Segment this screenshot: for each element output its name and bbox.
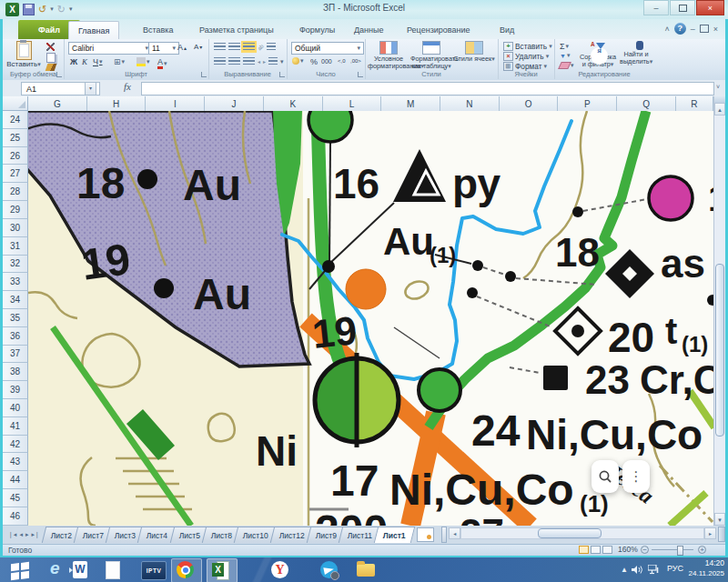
- row-header-30[interactable]: 30: [3, 219, 28, 237]
- bold-button[interactable]: Ж: [70, 57, 77, 66]
- column-header-H[interactable]: H: [87, 96, 147, 111]
- row-header-35[interactable]: 35: [3, 309, 28, 327]
- scrollbar-resize-grip[interactable]: [718, 527, 725, 542]
- iptv-icon[interactable]: IPTV: [141, 561, 167, 580]
- maximize-button[interactable]: [670, 0, 695, 15]
- align-center-button[interactable]: [228, 57, 240, 65]
- workbook-close-icon[interactable]: ×: [713, 25, 718, 34]
- normal-view-button[interactable]: [579, 546, 589, 554]
- column-header-G[interactable]: G: [28, 96, 87, 111]
- cut-button[interactable]: [46, 43, 55, 51]
- widget-menu-button[interactable]: ⋮: [622, 460, 650, 493]
- minimize-button[interactable]: –: [643, 0, 669, 15]
- format-as-table-button[interactable]: Форматировать как таблицу▾: [410, 40, 452, 70]
- volume-icon[interactable]: [632, 565, 642, 575]
- column-header-I[interactable]: I: [146, 96, 205, 111]
- number-format-select[interactable]: Общий▾: [291, 42, 364, 55]
- tab-home[interactable]: Главная: [68, 21, 119, 40]
- zoom-out-button[interactable]: −: [641, 546, 649, 554]
- tab-scroll-splitter[interactable]: [441, 527, 447, 543]
- align-right-button[interactable]: [243, 57, 255, 65]
- name-box-dropdown-icon[interactable]: ▾: [85, 82, 96, 95]
- copy-button[interactable]: [46, 53, 56, 63]
- telegram-icon[interactable]: [320, 561, 338, 578]
- start-button[interactable]: [11, 562, 29, 580]
- vertical-scrollbar[interactable]: ▲ ▼: [713, 96, 725, 526]
- help-icon[interactable]: ?: [674, 23, 686, 35]
- conditional-formatting-button[interactable]: Условное форматирование▾: [368, 40, 410, 70]
- scroll-down-button[interactable]: ▼: [714, 513, 725, 526]
- row-header-39[interactable]: 39: [3, 381, 28, 399]
- increase-decimal-button[interactable]: ˂,0: [338, 58, 346, 64]
- wrap-text-button[interactable]: [267, 43, 276, 51]
- word-icon[interactable]: W: [73, 561, 87, 578]
- network-icon[interactable]: [648, 565, 660, 575]
- italic-button[interactable]: К: [82, 57, 87, 66]
- row-header-31[interactable]: 31: [3, 237, 28, 256]
- row-header-40[interactable]: 40: [3, 399, 28, 417]
- grow-font-button[interactable]: А▴: [177, 43, 187, 52]
- sheet-tab-active[interactable]: Лист1: [374, 527, 415, 543]
- number-dialog-launcher[interactable]: [358, 72, 363, 77]
- row-header-34[interactable]: 34: [3, 291, 28, 309]
- column-header-L[interactable]: L: [323, 96, 382, 111]
- row-header-33[interactable]: 33: [3, 273, 28, 291]
- column-header-N[interactable]: N: [440, 96, 500, 111]
- percent-button[interactable]: %: [310, 57, 318, 66]
- font-name-select[interactable]: Calibri▾: [68, 42, 152, 55]
- clock-date[interactable]: 24.11.2025: [681, 569, 724, 577]
- tab-insert[interactable]: Вставка: [134, 21, 182, 39]
- clipboard-dialog-launcher[interactable]: [56, 72, 62, 77]
- row-header-36[interactable]: 36: [3, 327, 28, 346]
- row-header-29[interactable]: 29: [3, 201, 28, 219]
- font-color-button[interactable]: А▾: [157, 57, 167, 69]
- insert-worksheet-button[interactable]: [417, 527, 434, 542]
- thousands-button[interactable]: 000: [321, 58, 332, 65]
- paste-button[interactable]: Вставить▾: [6, 41, 41, 68]
- next-sheet-button[interactable]: ▸: [25, 531, 29, 538]
- find-select-button[interactable]: Найти и выделить▾: [620, 41, 652, 65]
- row-header-24[interactable]: 24: [3, 111, 28, 129]
- workbook-restore-icon[interactable]: [700, 25, 709, 33]
- column-header-R[interactable]: R: [676, 96, 713, 111]
- scroll-up-button[interactable]: ▲: [714, 103, 725, 115]
- page-break-view-button[interactable]: [602, 546, 612, 554]
- row-header-25[interactable]: 25: [3, 129, 28, 147]
- column-header-P[interactable]: P: [558, 96, 617, 111]
- scroll-left-button[interactable]: ◂: [449, 527, 460, 539]
- expand-formula-bar-icon[interactable]: ˅: [716, 84, 720, 90]
- autosum-button[interactable]: Σ▾: [560, 42, 569, 51]
- row-header-42[interactable]: 42: [3, 436, 28, 454]
- page-layout-view-button[interactable]: [591, 546, 601, 554]
- shrink-font-button[interactable]: А▾: [194, 43, 202, 51]
- tab-page-layout[interactable]: Разметка страницы: [190, 21, 283, 39]
- row-header-28[interactable]: 28: [3, 183, 28, 201]
- row-header-32[interactable]: 32: [3, 256, 28, 274]
- first-sheet-button[interactable]: ❘◂: [8, 531, 16, 538]
- zoom-slider-track[interactable]: [652, 549, 693, 550]
- row-header-46[interactable]: 46: [3, 507, 28, 526]
- column-header-Q[interactable]: Q: [617, 96, 676, 111]
- tab-view[interactable]: Вид: [490, 21, 523, 39]
- row-header-37[interactable]: 37: [3, 346, 28, 364]
- align-bottom-button[interactable]: [243, 43, 255, 51]
- chrome-icon[interactable]: [177, 561, 194, 578]
- row-header-45[interactable]: 45: [3, 489, 28, 507]
- decrease-decimal-button[interactable]: ,00˃: [350, 58, 361, 64]
- column-header-K[interactable]: K: [264, 96, 323, 111]
- tab-formulas[interactable]: Формулы: [290, 21, 344, 39]
- notepad-icon[interactable]: [106, 561, 120, 579]
- row-header-27[interactable]: 27: [3, 165, 28, 183]
- row-header-43[interactable]: 43: [3, 453, 28, 471]
- decrease-indent-button[interactable]: ◂: [258, 58, 260, 65]
- yandex-browser-icon[interactable]: Y: [271, 561, 288, 578]
- zoom-level[interactable]: 160%: [618, 545, 638, 555]
- formula-input[interactable]: [141, 82, 714, 95]
- underline-button[interactable]: Ч▾: [93, 57, 103, 66]
- horizontal-scrollbar[interactable]: [460, 527, 704, 539]
- column-header-M[interactable]: M: [381, 96, 440, 111]
- workbook-minimize-icon[interactable]: –: [691, 25, 695, 34]
- row-header-44[interactable]: 44: [3, 471, 28, 489]
- cell-styles-button[interactable]: Стили ячеек▾: [453, 40, 495, 63]
- file-explorer-icon[interactable]: [357, 564, 375, 577]
